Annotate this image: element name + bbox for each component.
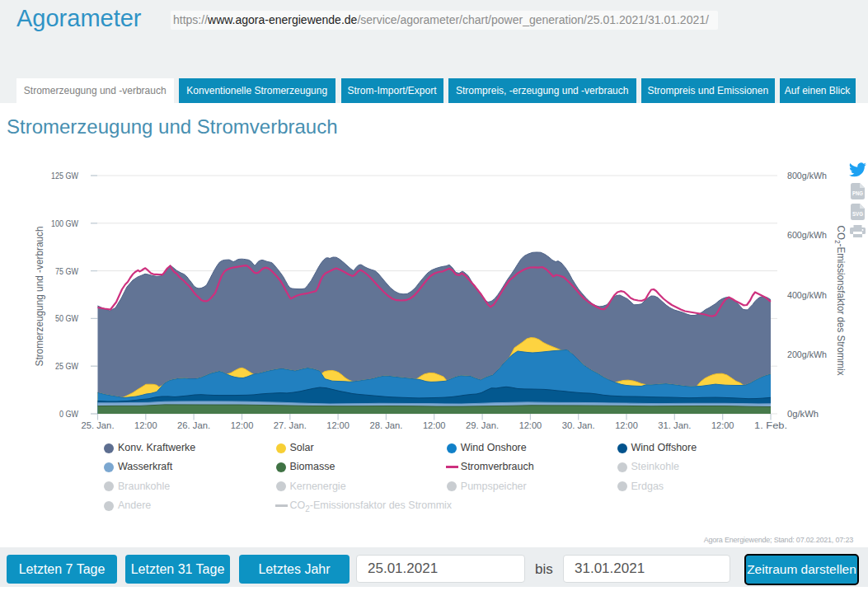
svg-text:400g/kWh: 400g/kWh [787,290,827,300]
svg-text:125 GW: 125 GW [51,171,78,181]
svg-text:12:00: 12:00 [519,420,542,430]
svg-text:12:00: 12:00 [326,420,350,430]
svg-text:28. Jan.: 28. Jan. [369,420,402,430]
svg-text:75 GW: 75 GW [55,266,78,276]
svg-text:31. Jan.: 31. Jan. [658,420,691,430]
svg-text:PNG: PNG [852,190,863,196]
svg-text:25 GW: 25 GW [55,361,78,371]
svg-text:12:00: 12:00 [134,420,157,430]
svg-text:27. Jan.: 27. Jan. [274,420,307,430]
svg-text:600g/kWh: 600g/kWh [787,230,827,240]
svg-text:12:00: 12:00 [423,420,446,430]
svg-text:800g/kWh: 800g/kWh [787,171,827,181]
svg-text:50 GW: 50 GW [55,313,78,323]
svg-text:0 GW: 0 GW [59,409,78,419]
svg-text:200g/kWh: 200g/kWh [787,349,827,359]
svg-text:Stromerzeugung und -verbrauch: Stromerzeugung und -verbrauch [34,226,45,366]
svg-text:SVG: SVG [852,211,863,217]
svg-text:12:00: 12:00 [711,420,734,430]
svg-text:12:00: 12:00 [615,420,638,430]
svg-text:0g/kWh: 0g/kWh [787,409,819,419]
svg-text:29. Jan.: 29. Jan. [466,420,499,430]
svg-text:25. Jan.: 25. Jan. [82,420,115,430]
svg-text:30. Jan.: 30. Jan. [562,420,595,430]
svg-text:CO2-Emissionsfaktor des Stromm: CO2-Emissionsfaktor des Strommix [833,226,847,377]
svg-text:26. Jan.: 26. Jan. [177,420,210,430]
svg-text:100 GW: 100 GW [51,218,78,228]
svg-text:12:00: 12:00 [231,420,254,430]
svg-text:1. Feb.: 1. Feb. [754,420,787,430]
